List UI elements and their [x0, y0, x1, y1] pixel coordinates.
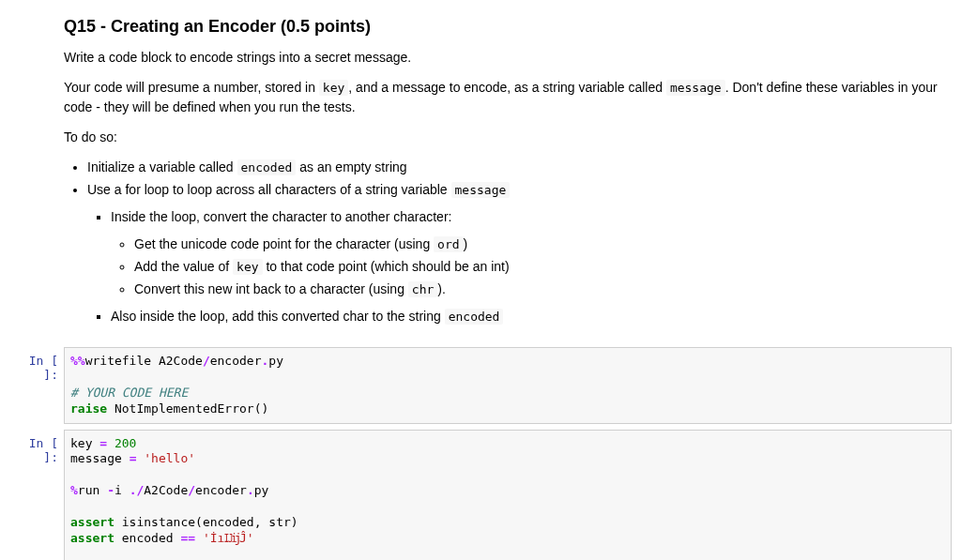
- nested-list: Get the unicode code point for the chara…: [111, 235, 952, 299]
- code-encoded: encoded: [237, 159, 297, 175]
- code-encoded: encoded: [445, 309, 504, 325]
- list-item: Convert this new int back to a character…: [134, 280, 952, 299]
- text: , and a message to encode, as a string v…: [348, 80, 666, 95]
- text: ).: [437, 281, 446, 296]
- token: /: [203, 354, 210, 368]
- token: encoder: [195, 483, 247, 497]
- notebook: Q15 - Creating an Encoder (0.5 points) W…: [0, 0, 961, 560]
- code-cell-2[interactable]: In [ ]: key = 200 message = 'hello' %run…: [9, 430, 952, 560]
- token: isinstance(encoded, str): [114, 515, 298, 529]
- text: Your code will presume a number, stored …: [64, 80, 319, 95]
- token: message: [70, 451, 130, 465]
- list-item: Inside the loop, convert the character t…: [111, 207, 952, 299]
- token: 200: [114, 436, 136, 450]
- list-item: Add the value of key to that code point …: [134, 257, 952, 277]
- token: ==: [180, 531, 195, 545]
- text: ): [464, 236, 468, 251]
- code-message: message: [666, 80, 725, 96]
- token: py: [254, 483, 269, 497]
- code-input[interactable]: key = 200 message = 'hello' %run -i ./A2…: [64, 430, 952, 560]
- text: Also inside the loop, add this converted…: [111, 309, 445, 324]
- token: [107, 436, 114, 450]
- code-key: key: [233, 259, 262, 275]
- token: key: [70, 436, 99, 450]
- paragraph-vars: Your code will presume a number, stored …: [64, 78, 952, 117]
- text: Add the value of: [134, 259, 233, 274]
- nested-list: Inside the loop, convert the character t…: [87, 207, 952, 326]
- markdown-cell: Q15 - Creating an Encoder (0.5 points) W…: [0, 0, 961, 341]
- token: writefile A2Code: [85, 354, 203, 368]
- code-chr: chr: [408, 281, 437, 297]
- text: Use a for loop to loop across all charac…: [87, 182, 451, 197]
- list-item: Use a for loop to loop across all charac…: [87, 180, 952, 326]
- token: py: [268, 354, 283, 368]
- code-input[interactable]: %%writefile A2Code/encoder.py # YOUR COD…: [64, 347, 952, 424]
- token: =: [99, 436, 107, 450]
- token: encoder: [210, 354, 262, 368]
- text: as an empty string: [296, 159, 406, 174]
- token: .: [247, 483, 254, 497]
- token: A2Code: [144, 483, 188, 497]
- code-message: message: [451, 182, 511, 198]
- input-prompt: In [ ]:: [9, 347, 64, 382]
- token: 'hello': [144, 451, 195, 465]
- paragraph-todo: To do so:: [64, 128, 952, 147]
- token: [195, 531, 203, 545]
- list-item: Initialize a variable called encoded as …: [87, 158, 952, 177]
- token: i: [114, 483, 130, 497]
- heading-q15: Q15 - Creating an Encoder (0.5 points): [64, 17, 952, 37]
- text: Get the unicode code point for the chara…: [134, 236, 434, 251]
- text: to that code point (which should be an i…: [263, 259, 510, 274]
- token: assert: [70, 515, 114, 529]
- list-item: Also inside the loop, add this converted…: [111, 307, 952, 326]
- text: Initialize a variable called: [87, 159, 237, 174]
- paragraph-intro: Write a code block to encode strings int…: [64, 48, 952, 68]
- code-ord: ord: [434, 236, 463, 252]
- token: # YOUR CODE HERE: [70, 386, 188, 400]
- instruction-list: Initialize a variable called encoded as …: [64, 158, 952, 326]
- token: %: [70, 483, 78, 497]
- text: Convert this new int back to a character…: [134, 281, 408, 296]
- list-item: Get the unicode code point for the chara…: [134, 235, 952, 254]
- code-cell-1[interactable]: In [ ]: %%writefile A2Code/encoder.py # …: [9, 347, 952, 424]
- token: assert: [70, 531, 114, 545]
- code-key: key: [319, 80, 348, 96]
- token: run: [78, 483, 107, 497]
- input-prompt: In [ ]:: [9, 430, 64, 464]
- token: -: [107, 483, 114, 497]
- token: raise: [70, 401, 107, 416]
- token: NotImplementedError(): [107, 401, 268, 416]
- token: encoded: [114, 531, 180, 545]
- text: Inside the loop, convert the character t…: [111, 209, 451, 224]
- token: 'İıĲĳĴ': [203, 531, 254, 545]
- token: %%: [70, 354, 85, 368]
- token: /: [188, 483, 195, 497]
